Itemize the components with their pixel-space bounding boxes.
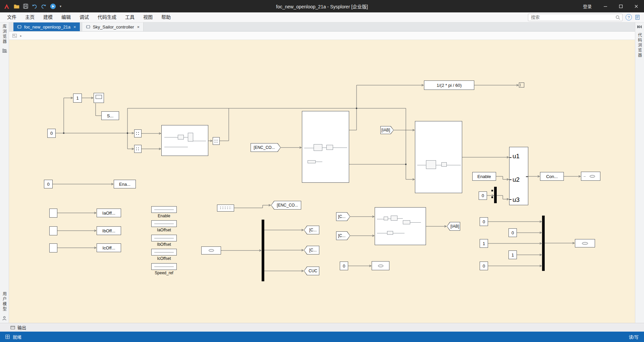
constant-right-4[interactable]: 1 [508,250,517,259]
display-block-4[interactable] [575,239,595,247]
minimize-button[interactable] [598,0,613,12]
goto-tag-enc[interactable]: [ENC_CO... [271,201,301,210]
user-model-tab[interactable]: 用户模型 [2,292,7,312]
output-panel-bar[interactable]: 输出 [0,323,644,332]
inport-block-1[interactable] [49,209,57,218]
mux-bar-right[interactable] [542,216,545,271]
constant-zero-main[interactable]: 0 [47,129,56,138]
app-window: ▾ foc_new_openloop_21a - Sysplorer [企业版]… [0,0,644,342]
search-input[interactable] [528,15,615,20]
tab-foc-new-openloop[interactable]: foc_new_openloop_21a × [13,22,80,31]
menu-file[interactable]: 文件 [3,12,21,22]
display-one-block[interactable]: 1 [73,94,82,103]
from-tag-enc[interactable]: [ENC_CO... [251,143,281,152]
menu-modeling[interactable]: 建模 [39,12,57,22]
outport-block-enable[interactable]: Enable [151,206,177,218]
goto-tag-iab[interactable]: [IAB] [447,222,460,231]
display-block-1[interactable] [581,172,600,181]
constant-zero-enable[interactable]: 0 [44,180,53,188]
library-icon[interactable] [2,48,7,53]
constant-right-3[interactable]: 1 [480,239,488,248]
model-canvas[interactable]: 1 S... 0 [ENC_CO [9,40,635,323]
tab-sky-sailor-controller[interactable]: Sky_Sailor_controller × [82,22,144,31]
status-readwrite: 读/写 [629,334,639,340]
goto-tag-cuc[interactable]: CUC [304,267,319,275]
from-tag-c1[interactable]: [C... [336,212,350,221]
data-store-block[interactable] [217,205,234,212]
outport-block-speed-ref[interactable]: Speed_ref [151,263,177,275]
doc-icon[interactable] [635,15,640,20]
save-button[interactable] [23,4,28,9]
multiport-switch-block[interactable]: u1 u2 u3 [509,147,528,205]
run-options-caret-icon[interactable]: ▾ [60,5,61,8]
scope-block[interactable] [94,93,104,103]
ib-offset-block[interactable]: IbOff... [97,226,121,235]
mux-bar-small[interactable] [494,187,497,203]
menu-view[interactable]: 视图 [139,12,157,22]
login-button[interactable]: 登录 [577,3,598,9]
inport-block-3[interactable] [49,243,57,252]
user-icon[interactable] [2,316,7,321]
code-browser-tab[interactable]: 代码浏览器 [637,33,643,58]
ic-offset-block[interactable]: IcOff... [97,243,121,252]
model-icon [86,25,91,29]
ena-block[interactable]: Ena... [114,180,136,188]
goto-tag-c2[interactable]: [C... [304,246,319,254]
mux-bar-left[interactable] [262,220,264,281]
ia-offset-block[interactable]: IaOff... [97,209,121,217]
model-breadcrumb-icon[interactable] [12,34,17,38]
output-icon [10,326,15,330]
subsystem-qep-position-count[interactable] [302,111,349,183]
display-block-3[interactable] [372,261,389,270]
constant-zero-display[interactable]: 0 [340,262,348,270]
enable-constant-block[interactable]: Enable [472,172,496,181]
outport-block-ia-offset[interactable]: IaOffset [151,220,177,232]
maximize-button[interactable] [613,0,629,12]
subsystem-transform[interactable] [415,121,462,193]
constant-right-2[interactable]: 0 [508,228,517,237]
open-folder-button[interactable] [14,4,19,9]
display-lamp [590,175,595,178]
run-button[interactable] [50,3,56,9]
constant-right-1[interactable]: 0 [480,217,488,226]
gain-block[interactable]: 1/(2 * pi / 60) [424,80,474,90]
s-block[interactable]: S... [101,111,119,120]
rate-transition-block-1[interactable] [134,129,142,137]
rate-transition-block-3[interactable] [213,137,220,145]
from-tag-iab[interactable]: [IAB] [380,126,394,134]
subsystem-speed-ref[interactable] [161,125,208,156]
constant-zero-switch[interactable]: 0 [479,191,487,200]
menu-debug[interactable]: 调试 [75,12,93,22]
rate-transition-block-2[interactable] [134,145,142,153]
menu-tools[interactable]: 工具 [121,12,139,22]
redo-button[interactable] [41,4,46,9]
tab-close-icon[interactable]: × [73,24,76,30]
outport-block-ic-offset[interactable]: IcOffset [151,249,177,261]
tab-close-icon[interactable]: × [137,24,140,30]
con-block[interactable]: Con... [540,172,564,181]
code-browser-icon[interactable] [637,25,642,29]
menu-edit[interactable]: 编辑 [57,12,75,22]
inport-block-2[interactable] [49,226,57,235]
search-icon[interactable] [615,15,620,20]
terminator-block[interactable] [519,82,524,88]
outport-box [151,206,177,213]
menu-codegen[interactable]: 代码生成 [93,12,121,22]
menu-help[interactable]: 帮助 [157,12,175,22]
tab-label: foc_new_openloop_21a [24,24,70,30]
from-tag-c2[interactable]: [C... [336,231,350,240]
close-button[interactable] [629,0,644,12]
undo-button[interactable] [32,4,37,9]
left-rail: 库浏览器 用户模型 [0,22,9,323]
display-block-2[interactable] [201,246,221,254]
outport-block-ib-offset[interactable]: IbOffset [151,235,177,247]
help-icon[interactable]: ? [626,14,632,20]
right-rail: 代码浏览器 [635,22,644,323]
menu-home[interactable]: 主页 [21,12,39,22]
output-label: 输出 [17,324,26,331]
library-browser-tab[interactable]: 库浏览器 [2,24,7,44]
outport-box [151,263,177,270]
constant-right-5[interactable]: 0 [480,262,488,270]
subsystem-current-calc[interactable] [375,207,426,245]
goto-tag-c1[interactable]: [C... [304,226,319,234]
